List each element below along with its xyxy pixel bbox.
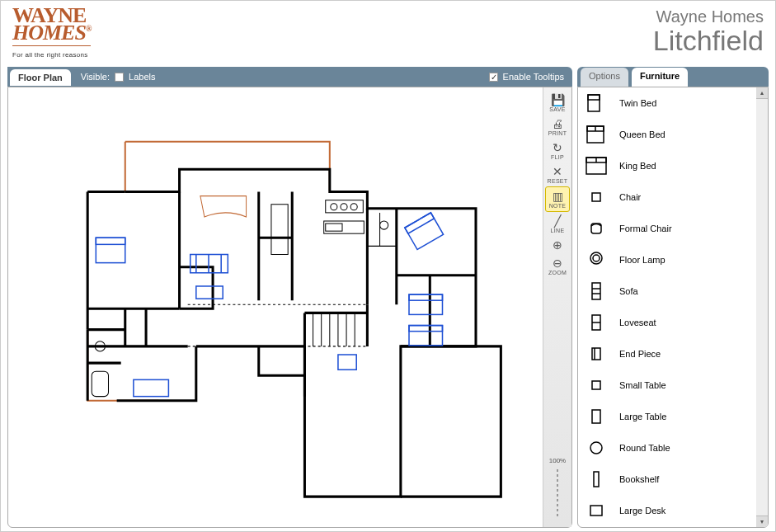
furniture-item[interactable]: Bookshelf xyxy=(578,464,756,495)
reset-icon: ✕ xyxy=(550,165,565,178)
floor-plan-tab[interactable]: Floor Plan xyxy=(10,69,71,86)
furniture-item[interactable]: Large Table xyxy=(578,401,756,432)
svg-point-32 xyxy=(593,255,600,261)
svg-rect-12 xyxy=(271,205,288,255)
furniture-item[interactable]: Floor Lamp xyxy=(578,244,756,275)
furniture-item-label: Large Desk xyxy=(619,506,665,516)
king-bed-icon xyxy=(585,155,608,177)
furniture-item-label: Formal Chair xyxy=(619,224,672,233)
brand-line2: HOMES xyxy=(12,21,86,45)
svg-point-43 xyxy=(590,442,602,454)
furniture-item-label: Large Table xyxy=(619,412,666,421)
svg-rect-5 xyxy=(405,213,444,250)
flip-icon: ↻ xyxy=(550,141,565,154)
note-icon: ▥ xyxy=(550,190,565,203)
svg-point-14 xyxy=(331,204,337,210)
tooltips-label: Enable Tooltips xyxy=(503,72,564,82)
save-button[interactable]: 💾SAVE xyxy=(545,91,570,115)
svg-point-15 xyxy=(341,204,347,210)
twin-bed-icon xyxy=(585,92,608,114)
header: WAYNE HOMES® For all the right reasons W… xyxy=(1,1,775,67)
tagline: For all the right reasons xyxy=(12,51,91,59)
svg-rect-3 xyxy=(196,286,223,299)
company-name: Wayne Homes xyxy=(653,7,764,26)
reset-button[interactable]: ✕RESET xyxy=(545,162,570,186)
print-button[interactable]: 🖨PRINT xyxy=(545,115,570,139)
formal-chair-icon xyxy=(585,218,608,239)
svg-rect-17 xyxy=(324,221,364,233)
large-desk-icon xyxy=(585,500,608,521)
furniture-item[interactable]: Small Table xyxy=(578,370,756,401)
furniture-item-label: Bookshelf xyxy=(619,474,659,484)
furniture-list: Twin BedQueen BedKing BedChairFormal Cha… xyxy=(578,87,756,527)
logo: WAYNE HOMES® For all the right reasons xyxy=(12,7,91,59)
svg-rect-30 xyxy=(592,193,600,201)
tool-column: 💾SAVE 🖨PRINT ↻FLIP ✕RESET ▥NOTE ╱LINE ⊕ … xyxy=(543,87,571,527)
floor-lamp-icon xyxy=(585,249,608,271)
svg-rect-18 xyxy=(326,224,342,231)
furniture-item[interactable]: Queen Bed xyxy=(578,119,756,150)
svg-point-16 xyxy=(350,204,357,210)
scroll-down-button[interactable]: ▾ xyxy=(756,516,768,527)
svg-rect-4 xyxy=(134,379,169,396)
note-button[interactable]: ▥NOTE xyxy=(545,186,570,212)
scrollbar[interactable]: ▴ ▾ xyxy=(756,87,768,527)
svg-rect-34 xyxy=(592,283,600,299)
furniture-item[interactable]: End Piece xyxy=(578,338,756,370)
svg-point-33 xyxy=(590,252,602,264)
furniture-item-label: Small Table xyxy=(619,380,666,390)
labels-checkbox[interactable] xyxy=(115,73,124,82)
large-table-icon xyxy=(585,406,608,427)
svg-rect-22 xyxy=(588,95,600,111)
floor-plan-toolbar: Floor Plan Visible: Labels Enable Toolti… xyxy=(7,67,572,87)
svg-rect-11 xyxy=(338,355,356,370)
round-table-icon xyxy=(585,437,608,459)
furniture-item[interactable]: King Bed xyxy=(578,150,756,181)
furniture-item[interactable]: Round Table xyxy=(578,432,756,464)
furniture-item-label: Twin Bed xyxy=(619,98,656,108)
svg-rect-41 xyxy=(592,381,600,389)
furniture-item-label: End Piece xyxy=(619,349,661,359)
tab-options[interactable]: Options xyxy=(581,68,628,87)
svg-rect-1 xyxy=(96,238,125,244)
svg-point-21 xyxy=(380,221,388,229)
tooltips-checkbox[interactable] xyxy=(489,73,498,82)
svg-rect-23 xyxy=(588,95,600,100)
floor-plan-canvas[interactable] xyxy=(8,87,543,527)
model-name: Litchfield xyxy=(653,26,764,54)
furniture-item-label: Queen Bed xyxy=(619,129,665,139)
zoom-out-icon: ⊖ xyxy=(550,257,565,270)
zoom-value: 100% xyxy=(549,457,566,464)
furniture-item[interactable]: Twin Bed xyxy=(578,87,756,119)
zoom-slider[interactable] xyxy=(557,469,558,519)
tab-furniture[interactable]: Furniture xyxy=(632,68,688,87)
line-button[interactable]: ╱LINE xyxy=(545,212,570,236)
furniture-item-label: Floor Lamp xyxy=(619,255,665,265)
furniture-item-label: Sofa xyxy=(619,286,638,296)
furniture-item[interactable]: Formal Chair xyxy=(578,213,756,244)
zoom-out-button[interactable]: ⊖ZOOM xyxy=(545,254,570,278)
furniture-item[interactable]: Large Desk xyxy=(578,495,756,526)
furniture-item[interactable]: Loveseat xyxy=(578,307,756,338)
visible-label: Visible: xyxy=(81,72,110,82)
floor-plan-drawing xyxy=(8,87,543,527)
scroll-up-button[interactable]: ▴ xyxy=(756,87,768,99)
end-piece-icon xyxy=(585,343,608,365)
furniture-item-label: King Bed xyxy=(619,161,656,171)
furniture-item[interactable]: Sofa xyxy=(578,275,756,307)
svg-rect-8 xyxy=(409,294,443,300)
furniture-item-label: Chair xyxy=(619,192,641,202)
svg-rect-45 xyxy=(590,506,602,516)
furniture-item-label: Loveseat xyxy=(619,318,656,327)
brand-reg: ® xyxy=(86,24,91,33)
zoom-in-button[interactable]: ⊕ xyxy=(545,236,570,254)
zoom-in-icon: ⊕ xyxy=(550,238,565,252)
print-icon: 🖨 xyxy=(550,117,565,130)
bookshelf-icon xyxy=(585,468,608,490)
svg-rect-39 xyxy=(592,348,600,360)
svg-rect-44 xyxy=(594,472,599,487)
flip-button[interactable]: ↻FLIP xyxy=(545,139,570,162)
svg-rect-42 xyxy=(592,410,600,423)
furniture-item[interactable]: Chair xyxy=(578,181,756,213)
svg-rect-9 xyxy=(409,326,443,346)
